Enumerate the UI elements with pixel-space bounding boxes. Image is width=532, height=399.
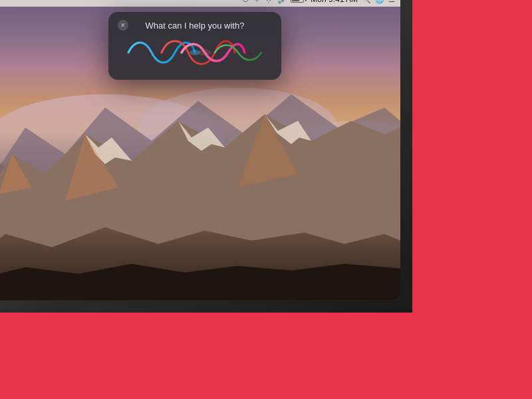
macbook-screen-border: ⏱ ✶ 🔊 <box>0 0 400 301</box>
search-icon[interactable]: 🔍 <box>362 0 371 4</box>
battery-icon[interactable] <box>291 0 307 3</box>
svg-point-4 <box>198 49 211 56</box>
menu-bar: ⏱ ✶ 🔊 <box>0 0 400 7</box>
siri-popup: ✕ What can I help you with? <box>108 12 281 80</box>
siri-waveform <box>118 36 272 69</box>
mountain-silhouette <box>0 84 400 301</box>
macbook-wrapper: ⏱ ✶ 🔊 <box>0 0 426 326</box>
siri-header: ✕ What can I help you with? <box>118 20 272 31</box>
siri-close-button[interactable]: ✕ <box>118 20 128 31</box>
globe-icon[interactable]: 🌐 <box>375 0 384 4</box>
menu-bar-time: Mon 9:41 AM <box>311 0 358 4</box>
menu-bar-right: ⏱ ✶ 🔊 <box>242 0 395 4</box>
wifi-icon[interactable] <box>264 0 273 4</box>
time-machine-icon[interactable]: ⏱ <box>242 0 249 3</box>
siri-question-text: What can I help you with? <box>134 21 256 31</box>
screen-content: ⏱ ✶ 🔊 <box>0 0 400 301</box>
app-menu-icon[interactable]: ☰ <box>388 0 395 4</box>
macbook-frame: ⏱ ✶ 🔊 <box>0 0 412 313</box>
bluetooth-icon[interactable]: ✶ <box>253 0 260 4</box>
volume-icon[interactable]: 🔊 <box>277 0 287 4</box>
